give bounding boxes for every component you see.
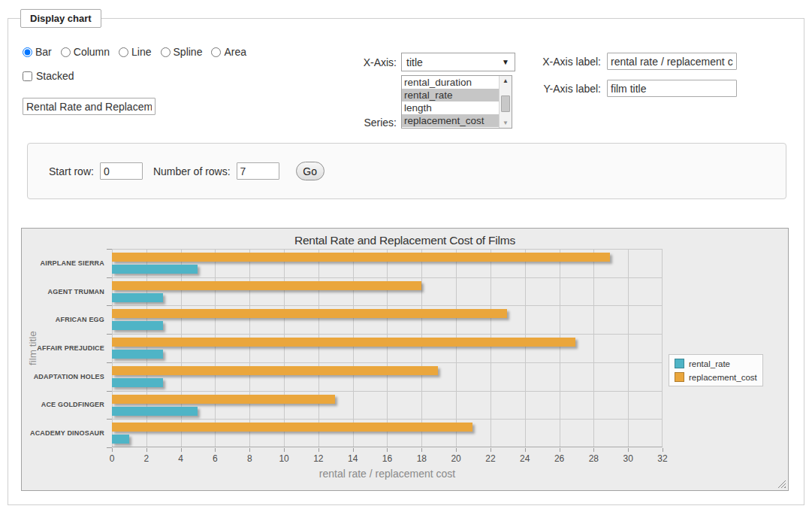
series-option-replacement_cost[interactable]: replacement_cost: [402, 114, 499, 127]
series-option-length[interactable]: length: [402, 101, 499, 114]
panel-content: BarColumnLineSplineArea Stacked X-Axis: …: [8, 28, 804, 506]
bar-group-6: [112, 391, 662, 420]
bar-replacement_cost: [112, 366, 438, 375]
scroll-down-icon[interactable]: ▼: [500, 120, 512, 126]
chart-type-label-bar[interactable]: Bar: [35, 46, 52, 58]
x-tick-label: 22: [485, 453, 495, 464]
chart-type-radio-column[interactable]: [61, 47, 71, 57]
stacked-checkbox[interactable]: [23, 71, 32, 81]
chart-type-label-spline[interactable]: Spline: [174, 46, 203, 58]
x-axis-select-label: X-Axis:: [350, 56, 397, 68]
series-option-rental_duration[interactable]: rental_duration: [402, 76, 499, 89]
series-listbox[interactable]: rental_durationrental_ratelengthreplacem…: [401, 75, 512, 129]
bar-rental_rate: [112, 321, 163, 330]
bar-replacement_cost: [112, 281, 421, 290]
x-tick-label: 6: [213, 453, 218, 464]
bar-group-4: [112, 334, 662, 362]
legend-item-rental_rate: rental_rate: [675, 359, 757, 368]
x-tick-label: 28: [589, 453, 599, 464]
x-tick-labels: 02468101214161820222426283032: [112, 453, 663, 464]
x-tick-label: 24: [520, 453, 530, 464]
chart-title-input[interactable]: [23, 98, 155, 115]
x-tick-label: 26: [554, 453, 564, 464]
x-tick-label: 0: [110, 453, 115, 464]
legend-swatch-replacement_cost: [675, 372, 684, 382]
start-row-input[interactable]: [100, 162, 143, 180]
x-axis-row: X-Axis: title ▼: [350, 53, 515, 71]
category-label: ADAPTATION HOLES: [22, 362, 104, 391]
resize-grip-icon[interactable]: [777, 480, 786, 488]
series-options: rental_durationrental_ratelengthreplacem…: [402, 76, 499, 128]
num-rows-input[interactable]: [237, 162, 279, 180]
category-label: AFFAIR PREJUDICE: [22, 334, 104, 362]
category-label: ACADEMY DINOSAUR: [22, 419, 104, 447]
chart-container: Rental Rate and Replacement Cost of Film…: [21, 228, 789, 491]
go-button[interactable]: Go: [296, 162, 324, 180]
bar-replacement_cost: [112, 309, 507, 318]
x-tick-label: 14: [348, 453, 358, 464]
chart-type-radio-line[interactable]: [119, 47, 128, 57]
x-tick-label: 4: [178, 453, 183, 464]
series-option-rental_rate[interactable]: rental_rate: [402, 89, 499, 101]
chart-legend: rental_ratereplacement_cost: [669, 354, 763, 386]
chart-type-radio-spline[interactable]: [161, 47, 171, 57]
x-axis-ticks: [112, 448, 663, 452]
pager-panel: Start row: Number of rows: Go: [27, 143, 786, 199]
legend-item-replacement_cost: replacement_cost: [675, 372, 757, 382]
bar-rental_rate: [112, 350, 163, 359]
x-tick-label: 12: [313, 453, 323, 464]
x-tick-label: 30: [623, 453, 633, 464]
scrollbar-thumb[interactable]: [501, 95, 510, 112]
y-axis-ticks: [107, 249, 112, 449]
x-tick-label: 16: [382, 453, 392, 464]
bar-rental_rate: [112, 435, 129, 444]
display-chart-legend: Display chart: [20, 9, 101, 28]
chart-title: Rental Rate and Replacement Cost of Film…: [22, 234, 788, 247]
x-tick-label: 10: [279, 453, 288, 464]
bar-rental_rate: [112, 265, 198, 274]
x-axis-label-row: X-Axis label:: [541, 53, 737, 70]
num-rows-label: Number of rows:: [153, 165, 231, 177]
category-label: AIRPLANE SIERRA: [22, 249, 104, 277]
bar-replacement_cost: [112, 423, 472, 432]
y-axis-label-caption: Y-Axis label:: [541, 83, 601, 95]
y-axis-label-input[interactable]: [607, 80, 737, 97]
category-label: AGENT TRUMAN: [22, 277, 104, 306]
bar-group-2: [112, 277, 662, 306]
bar-group-1: [112, 249, 662, 277]
x-axis-label-input[interactable]: [607, 53, 737, 70]
x-axis-select[interactable]: title ▼: [401, 53, 515, 71]
bar-rental_rate: [112, 293, 163, 302]
category-label: AFRICAN EGG: [22, 305, 104, 334]
chart-type-radio-bar[interactable]: [23, 47, 32, 57]
bar-group-7: [112, 419, 662, 447]
plot-area: [112, 249, 663, 447]
category-label: ACE GOLDFINGER: [22, 391, 104, 420]
scroll-up-icon[interactable]: ▲: [500, 77, 512, 84]
bar-replacement_cost: [112, 338, 575, 347]
bar-group-5: [112, 362, 662, 391]
x-tick-label: 32: [657, 453, 667, 464]
legend-label-rental_rate: rental_rate: [689, 359, 730, 368]
x-tick-label: 20: [451, 453, 460, 464]
x-tick-label: 18: [417, 453, 427, 464]
bar-replacement_cost: [112, 395, 335, 404]
x-tick-label: 2: [143, 453, 149, 464]
listbox-scrollbar[interactable]: ▲ ▼: [499, 76, 512, 128]
stacked-label[interactable]: Stacked: [36, 70, 74, 82]
chart-type-label-column[interactable]: Column: [74, 46, 110, 58]
category-labels: AIRPLANE SIERRAAGENT TRUMANAFRICAN EGGAF…: [22, 249, 104, 447]
display-chart-fieldset: Display chart BarColumnLineSplineArea St…: [8, 9, 804, 505]
chart-type-label-area[interactable]: Area: [224, 46, 246, 58]
start-row-label: Start row:: [49, 165, 94, 177]
chart-type-label-line[interactable]: Line: [131, 46, 151, 58]
x-axis-title: rental rate / replacement cost: [112, 468, 663, 480]
y-axis-label-row: Y-Axis label:: [541, 80, 737, 97]
x-axis-selected-value: title: [406, 56, 423, 68]
stacked-row: Stacked: [23, 70, 74, 82]
legend-label-replacement_cost: replacement_cost: [689, 373, 757, 382]
bar-rental_rate: [112, 407, 198, 416]
chevron-down-icon: ▼: [502, 58, 509, 66]
chart-type-radio-area[interactable]: [211, 47, 221, 57]
bar-rental_rate: [112, 378, 163, 387]
